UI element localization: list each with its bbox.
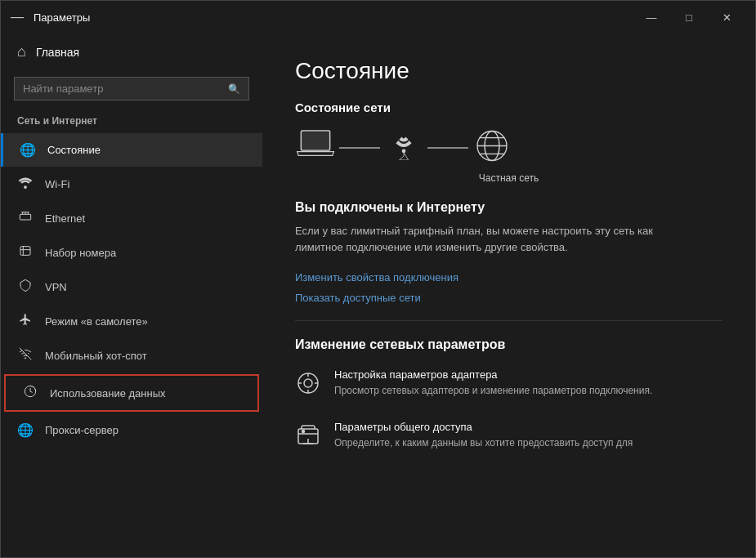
connected-description: Если у вас лимитный тарифный план, вы мо… bbox=[295, 223, 655, 255]
sidebar-item-data-usage[interactable]: Использование данных bbox=[4, 374, 259, 412]
sidebar-item-wifi-label: Wi-Fi bbox=[45, 178, 69, 190]
airplane-icon bbox=[17, 313, 34, 329]
status-icon: 🌐 bbox=[20, 142, 36, 158]
svg-point-0 bbox=[24, 185, 27, 189]
network-label: Частная сеть bbox=[295, 172, 722, 184]
sidebar-item-hotspot[interactable]: Мобильный хот-спот bbox=[1, 338, 262, 373]
svg-point-22 bbox=[304, 379, 312, 387]
sidebar-item-status[interactable]: 🌐 Состояние bbox=[1, 133, 262, 167]
sidebar-item-vpn-label: VPN bbox=[45, 281, 67, 293]
network-diagram bbox=[295, 127, 722, 167]
home-label: Главная bbox=[36, 46, 79, 59]
search-box: 🔍 bbox=[14, 77, 249, 100]
sidebar-item-hotspot-label: Мобильный хот-спот bbox=[45, 350, 147, 362]
sharing-settings-content: Параметры общего доступа Определите, к к… bbox=[334, 421, 633, 450]
sidebar-item-status-label: Состояние bbox=[47, 144, 101, 156]
adapter-settings-item[interactable]: Настройка параметров адаптера Просмотр с… bbox=[295, 368, 722, 401]
hotspot-icon bbox=[17, 347, 34, 364]
main-content: Состояние Состояние сети bbox=[262, 33, 755, 557]
adapter-settings-desc: Просмотр сетевых адаптеров и изменение п… bbox=[334, 384, 652, 398]
page-title: Состояние bbox=[295, 58, 722, 84]
close-button[interactable]: ✕ bbox=[708, 4, 745, 30]
network-status-heading: Состояние сети bbox=[295, 100, 722, 114]
sharing-settings-icon bbox=[295, 422, 321, 453]
sidebar-item-wifi[interactable]: Wi-Fi bbox=[1, 167, 262, 201]
dialup-icon bbox=[17, 244, 34, 261]
sidebar-item-ethernet-label: Ethernet bbox=[45, 212, 85, 225]
sidebar-item-proxy[interactable]: 🌐 Прокси-сервер bbox=[1, 413, 262, 447]
sidebar-section-label: Сеть и Интернет bbox=[1, 110, 262, 133]
sharing-settings-title: Параметры общего доступа bbox=[334, 421, 633, 433]
proxy-icon: 🌐 bbox=[17, 422, 34, 438]
globe-icon bbox=[472, 127, 512, 167]
settings-section-title: Изменение сетевых параметров bbox=[295, 337, 722, 352]
network-line-1 bbox=[339, 147, 380, 149]
settings-window: — Параметры — □ ✕ ⌂ Главная 🔍 Сеть и Инт… bbox=[0, 0, 756, 558]
adapter-settings-content: Настройка параметров адаптера Просмотр с… bbox=[334, 368, 652, 398]
adapter-settings-title: Настройка параметров адаптера bbox=[334, 368, 652, 381]
sidebar-item-ethernet[interactable]: Ethernet bbox=[1, 201, 262, 235]
sidebar-item-dialup[interactable]: Набор номера bbox=[1, 235, 262, 270]
svg-rect-1 bbox=[20, 214, 30, 220]
sidebar-item-data-usage-label: Использование данных bbox=[50, 387, 166, 400]
title-bar: — Параметры — □ ✕ bbox=[1, 1, 755, 33]
show-available-networks-link[interactable]: Показать доступные сети bbox=[295, 292, 722, 304]
ethernet-icon bbox=[17, 210, 34, 226]
sidebar: ⌂ Главная 🔍 Сеть и Интернет 🌐 Состояние bbox=[1, 33, 262, 557]
sidebar-item-vpn[interactable]: VPN bbox=[1, 270, 262, 304]
search-input[interactable] bbox=[23, 83, 221, 95]
sharing-settings-item[interactable]: Параметры общего доступа Определите, к к… bbox=[295, 421, 722, 453]
search-icon: 🔍 bbox=[228, 83, 240, 95]
network-line-2 bbox=[427, 147, 468, 149]
data-usage-icon bbox=[22, 385, 38, 401]
sidebar-item-airplane-label: Режим «в самолете» bbox=[45, 315, 148, 328]
vpn-icon bbox=[17, 279, 34, 295]
section-divider bbox=[295, 320, 722, 321]
content-area: ⌂ Главная 🔍 Сеть и Интернет 🌐 Состояние bbox=[1, 33, 755, 557]
window-controls: — □ ✕ bbox=[633, 4, 745, 30]
back-button[interactable]: — bbox=[11, 10, 24, 25]
minimize-button[interactable]: — bbox=[633, 4, 670, 30]
home-nav-item[interactable]: ⌂ Главная bbox=[1, 33, 262, 70]
laptop-icon bbox=[295, 127, 336, 167]
sidebar-item-airplane[interactable]: Режим «в самолете» bbox=[1, 304, 262, 338]
sharing-settings-desc: Определите, к каким данным вы хотите пре… bbox=[334, 436, 633, 450]
window-title: Параметры bbox=[34, 11, 633, 24]
sidebar-item-dialup-label: Набор номера bbox=[45, 247, 116, 259]
sidebar-item-proxy-label: Прокси-сервер bbox=[45, 424, 119, 436]
svg-rect-14 bbox=[302, 132, 329, 150]
adapter-settings-icon bbox=[295, 370, 321, 401]
router-icon bbox=[383, 127, 424, 167]
connected-heading: Вы подключены к Интернету bbox=[295, 200, 722, 215]
svg-rect-6 bbox=[20, 247, 30, 256]
wifi-icon bbox=[17, 176, 34, 192]
svg-point-29 bbox=[302, 431, 305, 433]
svg-point-9 bbox=[25, 358, 25, 359]
maximize-button[interactable]: □ bbox=[670, 4, 708, 30]
change-properties-link[interactable]: Изменить свойства подключения bbox=[295, 271, 722, 283]
svg-line-12 bbox=[30, 391, 33, 392]
home-icon: ⌂ bbox=[17, 43, 26, 60]
